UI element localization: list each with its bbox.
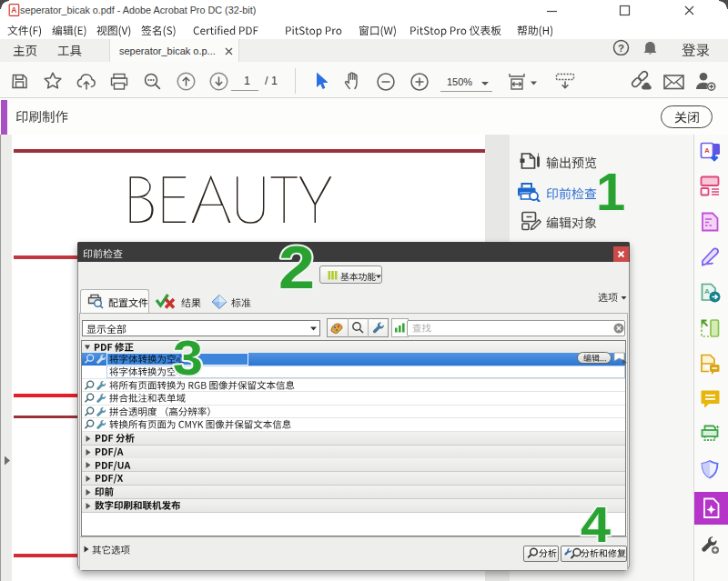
svg-text:?: ? (618, 43, 624, 54)
svg-text:1: 1 (596, 162, 625, 221)
svg-text:3: 3 (173, 330, 203, 385)
svg-text:A: A (704, 146, 710, 155)
svg-text:A: A (11, 5, 16, 15)
svg-text:2: 2 (278, 234, 315, 301)
svg-text:A: A (704, 287, 710, 296)
svg-text:4: 4 (581, 496, 611, 553)
